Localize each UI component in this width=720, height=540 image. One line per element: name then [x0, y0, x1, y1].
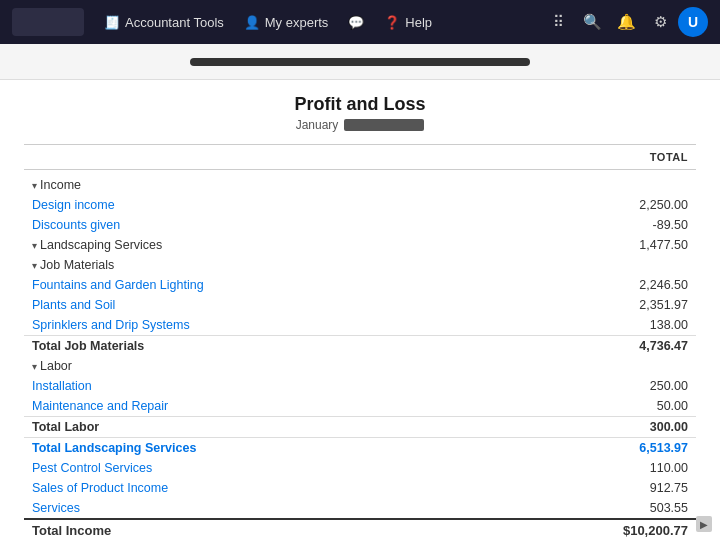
row-amount: $10,200.77 — [493, 519, 696, 540]
notifications-button[interactable]: 🔔 — [610, 6, 642, 38]
row-label[interactable]: Discounts given — [24, 215, 493, 235]
nav-my-experts-label: My experts — [265, 15, 329, 30]
table-row: ▾Labor — [24, 356, 696, 376]
report-title: Profit and Loss — [24, 94, 696, 115]
row-amount — [493, 356, 696, 376]
table-row: Total Labor300.00 — [24, 417, 696, 438]
row-amount: 2,351.97 — [493, 295, 696, 315]
row-label: ▾Job Materials — [24, 255, 493, 275]
col-label-header — [24, 145, 493, 170]
nav-accountant-tools-label: Accountant Tools — [125, 15, 224, 30]
row-text: Landscaping Services — [40, 238, 162, 252]
user-avatar[interactable]: U — [678, 7, 708, 37]
row-link-text[interactable]: Plants and Soil — [32, 298, 115, 312]
table-row: Total Income$10,200.77 — [24, 519, 696, 540]
row-text: Total Labor — [32, 420, 99, 434]
row-amount: 4,736.47 — [493, 336, 696, 357]
row-label[interactable]: Maintenance and Repair — [24, 396, 493, 417]
row-link-text[interactable]: Sprinklers and Drip Systems — [32, 318, 190, 332]
row-link-text[interactable]: Design income — [32, 198, 115, 212]
row-link-text[interactable]: Fountains and Garden Lighting — [32, 278, 204, 292]
table-row: Plants and Soil2,351.97 — [24, 295, 696, 315]
date-prefix: January — [296, 118, 339, 132]
row-link-text[interactable]: Pest Control Services — [32, 461, 152, 475]
nav-help[interactable]: ❓ Help — [376, 10, 440, 34]
row-amount: 1,477.50 — [493, 235, 696, 255]
row-amount: 2,246.50 — [493, 275, 696, 295]
row-label: Total Landscaping Services — [24, 438, 493, 459]
date-blurred — [344, 119, 424, 131]
row-label[interactable]: Design income — [24, 195, 493, 215]
table-row: ▾Job Materials — [24, 255, 696, 275]
table-header-row: TOTAL — [24, 145, 696, 170]
settings-button[interactable]: ⚙ — [644, 6, 676, 38]
row-amount: 6,513.97 — [493, 438, 696, 459]
row-text: Income — [40, 178, 81, 192]
row-label[interactable]: Pest Control Services — [24, 458, 493, 478]
table-row: Services503.55 — [24, 498, 696, 519]
row-label: Total Job Materials — [24, 336, 493, 357]
row-label: ▾Landscaping Services — [24, 235, 493, 255]
nav-right-controls: ⠿ 🔍 🔔 ⚙ U — [542, 6, 708, 38]
row-amount: 300.00 — [493, 417, 696, 438]
row-subtotal-label: Total Landscaping Services — [32, 441, 196, 455]
row-amount: -89.50 — [493, 215, 696, 235]
row-link-text[interactable]: Installation — [32, 379, 92, 393]
table-row: Installation250.00 — [24, 376, 696, 396]
row-label: Total Income — [24, 519, 493, 540]
chevron-icon: ▾ — [32, 180, 37, 191]
table-row: Fountains and Garden Lighting2,246.50 — [24, 275, 696, 295]
table-row: ▾Landscaping Services1,477.50 — [24, 235, 696, 255]
chevron-icon: ▾ — [32, 260, 37, 271]
row-label: ▾Labor — [24, 356, 493, 376]
app-logo[interactable] — [12, 8, 84, 36]
row-label: Total Labor — [24, 417, 493, 438]
row-label[interactable]: Fountains and Garden Lighting — [24, 275, 493, 295]
report-header: Profit and Loss January — [24, 80, 696, 140]
help-icon: ❓ — [384, 14, 400, 30]
table-row: Design income2,250.00 — [24, 195, 696, 215]
row-amount: 2,250.00 — [493, 195, 696, 215]
row-link-text[interactable]: Discounts given — [32, 218, 120, 232]
tabs-bar — [0, 44, 720, 80]
row-amount: 138.00 — [493, 315, 696, 336]
row-label[interactable]: Sales of Product Income — [24, 478, 493, 498]
row-label[interactable]: Installation — [24, 376, 493, 396]
briefcase-icon: 🧾 — [104, 14, 120, 30]
table-row: Pest Control Services110.00 — [24, 458, 696, 478]
row-link-text[interactable]: Sales of Product Income — [32, 481, 168, 495]
row-amount: 110.00 — [493, 458, 696, 478]
report-container: Profit and Loss January TOTAL ▾IncomeDes… — [0, 80, 720, 540]
row-link-text[interactable]: Services — [32, 501, 80, 515]
row-link-text[interactable]: Maintenance and Repair — [32, 399, 168, 413]
row-amount: 503.55 — [493, 498, 696, 519]
table-row: Sales of Product Income912.75 — [24, 478, 696, 498]
nav-accountant-tools[interactable]: 🧾 Accountant Tools — [96, 10, 232, 34]
scroll-right-button[interactable]: ▶ — [696, 516, 712, 532]
col-total-header: TOTAL — [493, 145, 696, 170]
row-amount: 50.00 — [493, 396, 696, 417]
row-label[interactable]: Sprinklers and Drip Systems — [24, 315, 493, 336]
row-label: ▾Income — [24, 170, 493, 196]
row-label[interactable]: Plants and Soil — [24, 295, 493, 315]
table-row: Sprinklers and Drip Systems138.00 — [24, 315, 696, 336]
nav-help-label: Help — [405, 15, 432, 30]
row-amount — [493, 255, 696, 275]
person-icon: 👤 — [244, 14, 260, 30]
apps-button[interactable]: ⠿ — [542, 6, 574, 38]
row-text: Labor — [40, 359, 72, 373]
table-row: Total Job Materials4,736.47 — [24, 336, 696, 357]
top-navigation: 🧾 Accountant Tools 👤 My experts 💬 ❓ Help… — [0, 0, 720, 44]
chevron-icon: ▾ — [32, 240, 37, 251]
search-button[interactable]: 🔍 — [576, 6, 608, 38]
table-row: ▾Income — [24, 170, 696, 196]
row-amount: 250.00 — [493, 376, 696, 396]
profit-loss-table: TOTAL ▾IncomeDesign income2,250.00Discou… — [24, 144, 696, 540]
row-label[interactable]: Services — [24, 498, 493, 519]
table-row: Maintenance and Repair50.00 — [24, 396, 696, 417]
row-amount: 912.75 — [493, 478, 696, 498]
table-row: Discounts given-89.50 — [24, 215, 696, 235]
nav-feedback[interactable]: 💬 — [340, 10, 372, 34]
nav-my-experts[interactable]: 👤 My experts — [236, 10, 337, 34]
row-text: Job Materials — [40, 258, 114, 272]
